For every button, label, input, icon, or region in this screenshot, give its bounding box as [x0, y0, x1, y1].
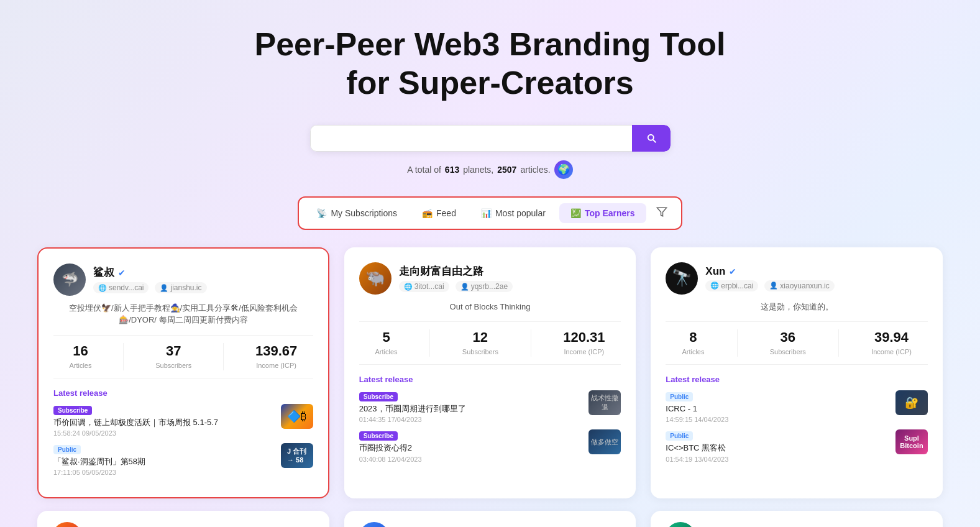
card1-links: 🌐 sendv...cai 👤 jianshu.ic	[93, 282, 207, 293]
hero-title: Peer-Peer Web3 Branding Tool for Super-C…	[37, 25, 943, 103]
hero-title-line2: for Super-Creators	[346, 65, 633, 101]
bottom-cards-row: 🐉 大子星305 ✔ 🌅 标志星 ✔ 🎯 Uor Dal	[37, 511, 943, 527]
card2-links: 🌐 3itot...cai 👤 yqsrb...2ae	[399, 281, 513, 292]
bottom-card-3[interactable]: 🎯 Uor Dal	[651, 511, 943, 527]
card1-title2: 「鲨叔·洞鉴周刊」第58期	[53, 456, 276, 467]
tab-earners-label: Top Earners	[585, 208, 635, 218]
card1-article-2[interactable]: Public 「鲨叔·洞鉴周刊」第58期 17:11:05 05/05/2023…	[53, 443, 313, 476]
card1-info: 鲨叔 ✔ 🌐 sendv...cai 👤 jianshu.ic	[93, 265, 207, 293]
card2-article-2[interactable]: Subscribe 币圈投资心得2 03:40:08 12/04/2023 做多…	[359, 429, 621, 462]
card1-subscribers-stat: 37 Subscribers	[155, 343, 191, 370]
card1-title1: 币价回调，链上却极度活跃｜市场周报 5.1-5.7	[53, 417, 276, 428]
cards-grid: 🦈 鲨叔 ✔ 🌐 sendv...cai 👤 jianshu.ic	[37, 247, 943, 498]
card2-time1: 01:44:35 17/04/2023	[359, 416, 584, 423]
card2-badge2: Subscribe	[359, 431, 398, 441]
stat-divider2	[223, 343, 224, 370]
card3-verified: ✔	[729, 267, 736, 277]
card2-subscribers-value: 12	[462, 329, 498, 346]
popular-icon: 📊	[481, 208, 492, 218]
card3-link2[interactable]: 👤 xiaoyuanxun.ic	[764, 280, 834, 291]
card3-time2: 01:54:19 13/04/2023	[666, 456, 891, 463]
card2-name: 走向财富自由之路	[399, 264, 483, 278]
card2-latest-title: Latest release	[359, 375, 621, 384]
card1-income-value: 139.67	[255, 343, 297, 359]
card1-subscribers-value: 37	[155, 343, 191, 359]
card2-desc: Out of Blocks Thinking	[359, 301, 621, 313]
search-row	[37, 125, 943, 152]
card1-thumb2: J 合刊→ 58	[281, 443, 313, 468]
card3-income-label: Income (ICP)	[871, 348, 912, 355]
earners-icon: 💹	[570, 208, 581, 218]
card2-title2: 币圈投资心得2	[359, 442, 584, 454]
card1-header: 🦈 鲨叔 ✔ 🌐 sendv...cai 👤 jianshu.ic	[53, 264, 313, 296]
card3-article-1[interactable]: Public ICRC - 1 14:59:15 14/04/2023 🔐	[666, 390, 928, 423]
card3-thumb1: 🔐	[895, 390, 928, 415]
card3-title1: ICRC - 1	[666, 403, 891, 415]
articles-count: 2507	[497, 165, 516, 175]
card2-title1: 2023，币圈周期进行到哪里了	[359, 403, 584, 415]
card2-articles-value: 5	[375, 329, 397, 346]
bottom-avatar-3: 🎯	[666, 522, 695, 527]
card1-articles-value: 16	[69, 343, 91, 359]
card2-subscribers-stat: 12 Subscribers	[462, 329, 498, 357]
search-input[interactable]	[310, 125, 632, 152]
globe-icon-3: 🌐	[710, 282, 719, 290]
card3-stats: 8 Articles 36 Subscribers 39.94 Income (…	[666, 321, 928, 365]
card1-name-row: 鲨叔 ✔	[93, 265, 207, 280]
filter-button[interactable]	[649, 201, 675, 225]
stat-divider	[123, 343, 124, 370]
tab-feed[interactable]: 📻 Feed	[411, 203, 467, 223]
user-icon-1: 👤	[160, 284, 168, 292]
planets-count: 613	[445, 165, 459, 175]
tab-popular[interactable]: 📊 Most popular	[470, 203, 557, 223]
search-icon	[646, 132, 657, 144]
card2-income-label: Income (ICP)	[564, 348, 604, 355]
card1-article-1[interactable]: Subscribe 币价回调，链上却极度活跃｜市场周报 5.1-5.7 15:5…	[53, 404, 313, 437]
card1-article1-content: Subscribe 币价回调，链上却极度活跃｜市场周报 5.1-5.7 15:5…	[53, 404, 276, 437]
card2-link1[interactable]: 🌐 3itot...cai	[399, 281, 449, 292]
card2-article-1[interactable]: Subscribe 2023，币圈周期进行到哪里了 01:44:35 17/04…	[359, 390, 621, 423]
card3-article-2[interactable]: Public IC<>BTC 黑客松 01:54:19 13/04/2023 S…	[666, 429, 928, 462]
card1-link2[interactable]: 👤 jianshu.ic	[155, 282, 206, 293]
search-box	[310, 125, 671, 152]
search-button[interactable]	[632, 125, 671, 152]
card3-subscribers-stat: 36 Subscribers	[770, 329, 806, 357]
stat-divider6	[838, 329, 839, 357]
card2-thumb1: 战术性撤退	[588, 390, 621, 415]
card1-verified: ✔	[118, 268, 126, 278]
card3-link1[interactable]: 🌐 erpbi...cai	[705, 280, 758, 291]
stat-divider3	[429, 329, 430, 357]
card2-subscribers-label: Subscribers	[462, 348, 498, 355]
card3-subscribers-value: 36	[770, 329, 806, 346]
tab-earners[interactable]: 💹 Top Earners	[559, 203, 646, 223]
card3-income-stat: 39.94 Income (ICP)	[871, 329, 912, 357]
user-icon-2: 👤	[460, 283, 469, 291]
card2-link2[interactable]: 👤 yqsrb...2ae	[456, 281, 513, 292]
globe-icon-1: 🌐	[98, 284, 107, 292]
card2-article1-content: Subscribe 2023，币圈周期进行到哪里了 01:44:35 17/04…	[359, 390, 584, 423]
tabs-wrapper: 📡 My Subscriptions 📻 Feed 📊 Most popular…	[298, 196, 682, 230]
card3-articles-value: 8	[682, 329, 704, 346]
bottom-card-1[interactable]: 🐉 大子星305 ✔	[37, 511, 329, 527]
tabs-container: 📡 My Subscriptions 📻 Feed 📊 Most popular…	[37, 196, 943, 230]
card2-stats: 5 Articles 12 Subscribers 120.31 Income …	[359, 321, 621, 365]
card1-latest-title: Latest release	[53, 388, 313, 398]
card1-time1: 15:58:24 09/05/2023	[53, 429, 276, 437]
card3-title2: IC<>BTC 黑客松	[666, 442, 891, 454]
card3-info: Xun ✔ 🌐 erpbi...cai 👤 xiaoyuanxun.ic	[705, 265, 834, 291]
card1-stats: 16 Articles 37 Subscribers 139.67 Income…	[53, 335, 313, 378]
card3-articles-stat: 8 Articles	[682, 329, 704, 357]
card2-articles-label: Articles	[375, 348, 397, 355]
bottom-avatar-2: 🌅	[359, 522, 389, 527]
hero-title-line1: Peer-Peer Web3 Branding Tool	[254, 26, 725, 62]
card1-link1[interactable]: 🌐 sendv...cai	[93, 282, 149, 293]
feed-icon: 📻	[422, 208, 433, 218]
bottom-card-2[interactable]: 🌅 标志星 ✔	[344, 511, 636, 527]
card1-desc: 空投埋伏🦅/新人手把手教程🧙/实用工具分享🛠/低风险套利机会🎰/DYOR/ 每周…	[53, 302, 313, 326]
tab-subscriptions[interactable]: 📡 My Subscriptions	[305, 203, 408, 223]
card2-thumb2: 做多做空	[588, 429, 621, 454]
card1-avatar: 🦈	[53, 264, 86, 296]
card2-time2: 03:40:08 12/04/2023	[359, 456, 584, 463]
card3-time1: 14:59:15 14/04/2023	[666, 416, 891, 423]
card1-income-label: Income (ICP)	[256, 362, 296, 369]
